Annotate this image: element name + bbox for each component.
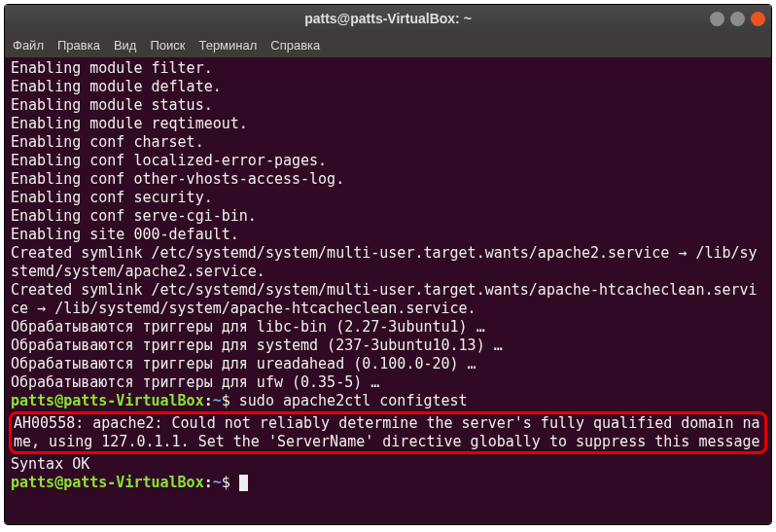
- output-line: Обрабатываются триггеры для libc-bin (2.…: [11, 318, 765, 337]
- output-line: Enabling conf other-vhosts-access-log.: [11, 170, 765, 189]
- terminal-body[interactable]: Enabling module filter. Enabling module …: [5, 57, 771, 524]
- output-line: Enabling conf charset.: [11, 133, 765, 152]
- terminal-window: patts@patts-VirtualBox: ~ Файл Правка Ви…: [4, 4, 772, 525]
- highlighted-output: AH00558: apache2: Could not reliably det…: [9, 411, 767, 454]
- command-input: sudo apache2ctl configtest: [239, 392, 468, 409]
- prompt-path: ~: [213, 474, 222, 491]
- prompt-line: patts@patts-VirtualBox:~$ sudo apache2ct…: [11, 392, 765, 410]
- close-button[interactable]: [751, 12, 765, 26]
- output-line: Обрабатываются триггеры для ureadahead (…: [11, 355, 765, 373]
- output-line: Enabling site 000-default.: [11, 226, 765, 244]
- output-line: Enabling conf serve-cgi-bin.: [11, 207, 765, 226]
- cursor: [239, 475, 248, 491]
- menu-view[interactable]: Вид: [114, 38, 137, 53]
- menu-help[interactable]: Справка: [270, 38, 320, 53]
- warning-message: AH00558: apache2: Could not reliably det…: [14, 414, 762, 451]
- window-title: patts@patts-VirtualBox: ~: [304, 11, 472, 26]
- window-controls: [710, 12, 765, 26]
- menu-file[interactable]: Файл: [13, 38, 44, 53]
- titlebar: patts@patts-VirtualBox: ~: [5, 5, 771, 32]
- menu-terminal[interactable]: Терминал: [198, 38, 257, 53]
- menu-search[interactable]: Поиск: [150, 38, 185, 53]
- output-line: Created symlink /etc/systemd/system/mult…: [11, 244, 765, 281]
- output-line: Enabling conf security.: [11, 189, 765, 207]
- prompt-line: patts@patts-VirtualBox:~$: [11, 474, 765, 492]
- prompt-sep: :: [204, 392, 213, 409]
- prompt-path: ~: [213, 392, 222, 409]
- prompt-user: patts@patts-VirtualBox: [11, 392, 204, 409]
- output-line: Enabling module filter.: [11, 59, 765, 78]
- prompt-sep: :: [204, 474, 213, 491]
- prompt-dollar: $: [222, 392, 230, 409]
- menu-edit[interactable]: Правка: [57, 38, 100, 53]
- output-line: Created symlink /etc/systemd/system/mult…: [11, 281, 765, 318]
- output-line: Enabling module deflate.: [11, 78, 765, 96]
- minimize-button[interactable]: [710, 12, 724, 26]
- prompt-user: patts@patts-VirtualBox: [11, 474, 204, 491]
- maximize-button[interactable]: [730, 12, 745, 26]
- output-line: Обрабатываются триггеры для systemd (237…: [11, 337, 765, 355]
- menubar: Файл Правка Вид Поиск Терминал Справка: [5, 32, 771, 57]
- prompt-dollar: $: [222, 474, 230, 491]
- output-line: Обрабатываются триггеры для ufw (0.35-5)…: [11, 373, 765, 392]
- output-line: Enabling module reqtimeout.: [11, 115, 765, 133]
- output-line: Enabling module status.: [11, 96, 765, 115]
- syntax-ok-line: Syntax OK: [11, 455, 765, 474]
- output-line: Enabling conf localized-error-pages.: [11, 152, 765, 170]
